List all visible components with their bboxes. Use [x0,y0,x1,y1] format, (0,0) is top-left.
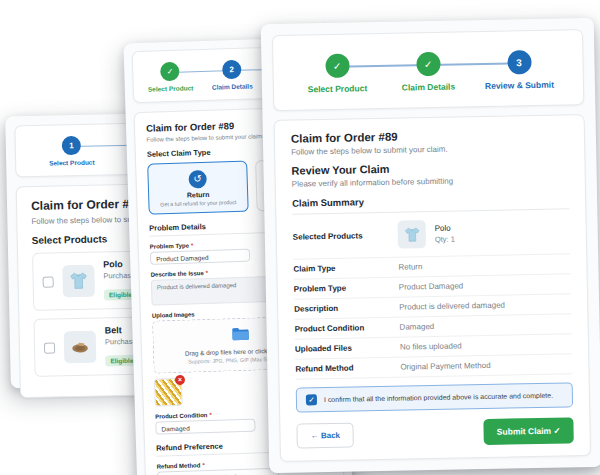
step-3-circle: 3 [507,50,531,74]
review-heading: Review Your Claim [291,159,568,176]
step-claim-details[interactable]: 2 Claim Details [201,59,264,91]
product-condition-select[interactable]: Damaged [155,419,255,435]
problem-type-select[interactable]: Product Damaged [150,249,250,265]
back-button[interactable]: ← Back [296,422,354,448]
review-subheading: Please verify all information before sub… [292,174,569,188]
polo-shirt-icon [67,270,89,292]
check-icon: ✓ [325,54,349,78]
step-review-submit[interactable]: 3 Review & Submit [473,49,565,91]
uploaded-image-thumbnail: × [154,378,183,407]
polo-thumbnail [62,265,95,298]
step-2-circle: 2 [222,60,242,80]
page-subtitle: Follow the steps below to submit your cl… [291,142,568,156]
polo-checkbox[interactable] [43,276,54,287]
review-submit-page: ✓ Select Product ✓ Claim Details 3 Revie… [261,18,600,473]
belt-thumbnail [64,331,97,364]
confirm-text: I confirm that all the information provi… [324,392,553,403]
confirmation-banner: ✓ I confirm that all the information pro… [296,382,573,412]
check-icon: ✓ [160,62,180,82]
wizard-footer: ← Back Submit Claim ✓ [296,417,573,448]
claim-type-return[interactable]: ↺ Return Get a full refund for your prod… [147,161,249,215]
step-select-product[interactable]: 1 Select Product [22,135,122,167]
check-icon: ✓ [416,52,440,76]
remove-image-button[interactable]: × [175,375,185,385]
belt-checkbox[interactable] [44,342,55,353]
summary-product-name: Polo [435,224,455,233]
stepper-review-page: ✓ Select Product ✓ Claim Details 3 Revie… [272,29,584,111]
polo-shirt-icon [402,225,421,244]
step-claim-details[interactable]: ✓ Claim Details [382,51,474,93]
belt-icon [69,336,91,358]
confirm-checkbox[interactable]: ✓ [306,394,317,405]
submit-claim-button[interactable]: Submit Claim ✓ [484,417,574,445]
summary-row-selected-products: Selected Products Polo Qty: 1 [292,209,570,259]
polo-thumbnail [398,220,427,249]
summary-product-qty: Qty: 1 [435,235,455,244]
folder-icon [231,327,249,342]
summary-row-refund-method: Refund MethodOriginal Payment Method [295,354,572,379]
step-1-circle: 1 [62,136,81,155]
return-icon: ↺ [188,170,207,189]
step-select-product[interactable]: ✓ Select Product [291,53,383,95]
page-title: Claim for Order #89 [291,127,568,144]
step-select-product[interactable]: ✓ Select Product [139,61,202,93]
